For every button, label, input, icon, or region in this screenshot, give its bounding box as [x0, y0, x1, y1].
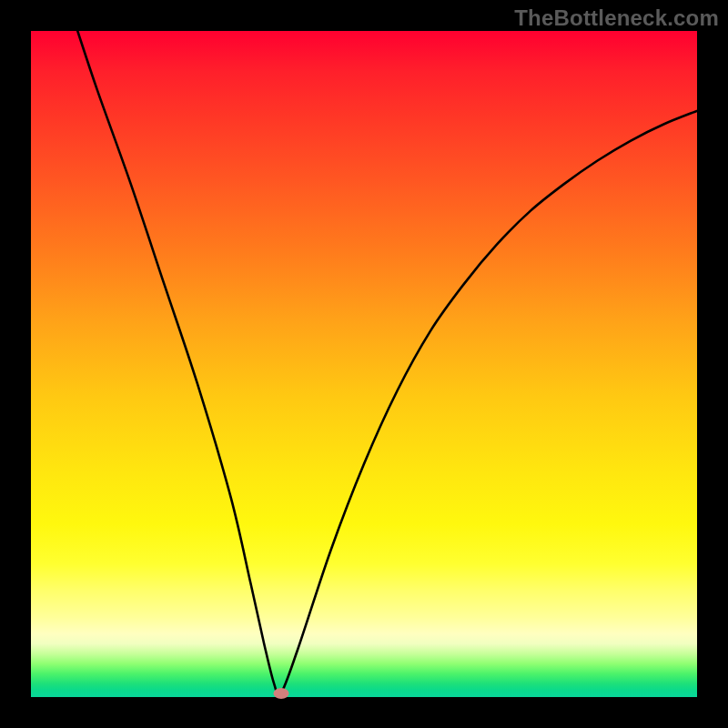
bottleneck-curve — [31, 31, 697, 697]
watermark-text: TheBottleneck.com — [514, 5, 719, 31]
optimal-point-marker — [273, 688, 288, 699]
chart-frame: TheBottleneck.com — [0, 0, 728, 728]
plot-area — [31, 31, 697, 697]
